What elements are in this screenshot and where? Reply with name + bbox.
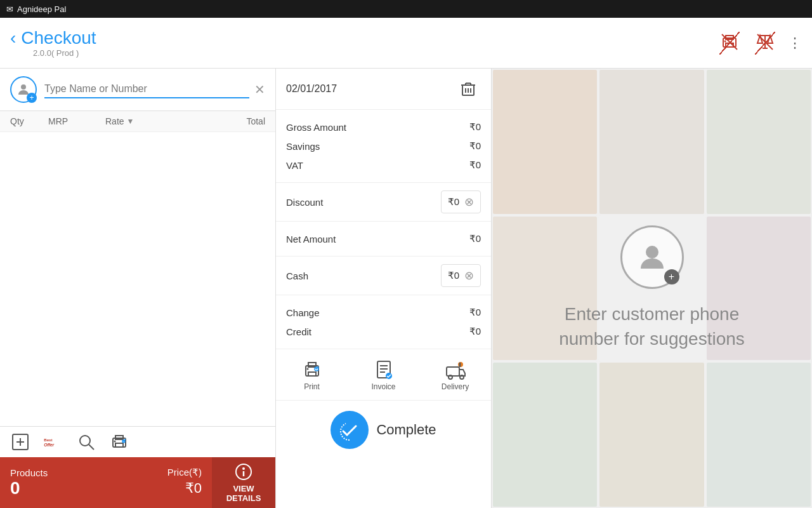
svg-point-3 [724,40,726,42]
back-button[interactable]: ‹ [10,28,16,48]
add-icon: + [664,269,679,284]
scale-button[interactable] [752,30,778,56]
header-left: ‹ Checkout 2.0.0( Prod ) [10,28,96,58]
credit-label: Credit [286,326,311,337]
summary-labels-row: Products Price(₹) [10,467,202,478]
complete-button[interactable]: Complete [331,411,436,449]
page-title: Checkout [21,28,96,48]
vat-value: ₹0 [469,159,481,171]
print-crossed-icon [719,32,740,55]
svg-rect-2 [726,43,733,47]
status-bar-text: Agnideep Pal [17,4,66,14]
print-receipt-button[interactable] [109,432,129,452]
svg-point-20 [114,441,116,443]
search-clear-button[interactable]: ✕ [254,82,265,97]
print-action-button[interactable]: Print [276,354,348,395]
complete-area: Complete [276,400,491,459]
svg-point-45 [460,375,464,379]
change-label: Change [286,307,320,318]
customer-prompt-text: Enter customer phone number for suggesti… [551,302,754,351]
svg-text:!: ! [459,363,461,367]
col-rate-header: Rate ▼ [105,116,169,126]
food-cell-1 [492,69,598,215]
change-row: Change ₹0 [286,303,481,322]
discount-clear-button[interactable]: ⊗ [464,195,474,209]
app-version: 2.0.0( Prod ) [33,48,96,58]
cash-label: Cash [286,271,433,281]
delivery-action-label: Delivery [442,382,469,391]
middle-panel: 02/01/2017 Gros [276,69,492,508]
svg-point-9 [21,84,26,90]
middle-actions: Print Invoice [276,349,491,400]
avatar[interactable]: + [10,76,37,103]
view-details-button[interactable]: VIEW DETAILS [212,457,275,508]
header-title-row: ‹ Checkout [10,28,96,48]
complete-label: Complete [376,422,436,438]
cash-clear-button[interactable]: ⊗ [464,269,474,283]
discount-section: Discount ₹0 ⊗ [276,183,491,222]
gross-amount-row: Gross Amount ₹0 [286,117,481,137]
svg-line-16 [89,444,94,450]
svg-point-15 [80,436,90,446]
change-value: ₹0 [469,307,481,318]
col-qty-header: Qty [10,116,48,126]
items-area [0,132,275,426]
add-product-button[interactable] [10,432,30,452]
price-label: Price(₹) [167,467,202,478]
svg-rect-19 [115,443,123,447]
customer-add-icon[interactable]: + [620,225,684,289]
col-mrp-header: MRP [48,116,105,126]
discount-input[interactable]: ₹0 ⊗ [441,190,481,213]
svg-text:Offer: Offer [44,443,54,447]
food-cell-9 [705,361,812,508]
delete-invoice-button[interactable] [455,76,481,102]
savings-label: Savings [286,141,320,152]
cash-input[interactable]: ₹0 ⊗ [441,264,481,287]
delivery-action-button[interactable]: ! Delivery [419,354,491,395]
gross-amount-value: ₹0 [469,121,481,133]
print-button[interactable] [717,30,742,56]
status-bar: ✉ Agnideep Pal [0,0,812,18]
add-customer-icon: + [27,93,37,103]
products-amount: ₹0 [185,480,202,497]
content-row: + ✕ Qty MRP Rate ▼ Total [0,69,812,508]
svg-line-8 [757,34,773,50]
print-action-label: Print [304,382,320,391]
net-amount-value: ₹0 [469,233,481,244]
net-amount-row: Net Amount ₹0 [286,229,481,248]
savings-value: ₹0 [469,140,481,152]
right-panel: + Enter customer phone number for sugges… [492,69,812,508]
cash-value: ₹0 [448,270,459,281]
table-header: Qty MRP Rate ▼ Total [0,111,275,132]
header: ‹ Checkout 2.0.0( Prod ) [0,18,812,69]
discount-label: Discount [286,197,433,208]
change-credit-section: Change ₹0 Credit ₹0 [276,295,491,349]
svg-rect-35 [308,372,316,376]
invoice-totals: Gross Amount ₹0 Savings ₹0 VAT ₹0 [276,110,491,183]
header-icons: ⋮ [717,30,802,56]
scale-crossed-icon [755,32,775,55]
search-button[interactable] [76,432,96,452]
svg-text:Best: Best [44,438,52,442]
svg-line-4 [722,34,737,50]
search-input[interactable] [44,81,249,98]
svg-rect-1 [726,36,733,39]
bottom-summary: Products Price(₹) 0 ₹0 VIEW DETAILS [0,457,275,508]
sort-arrow-icon[interactable]: ▼ [127,117,134,126]
gross-amount-label: Gross Amount [286,122,346,133]
svg-point-48 [646,246,658,258]
best-offer-button[interactable]: Best Offer [43,432,63,452]
invoice-action-button[interactable]: Invoice [348,354,419,395]
cash-section: Cash ₹0 ⊗ [276,257,491,295]
invoice-action-label: Invoice [371,382,395,391]
credit-value: ₹0 [469,326,481,337]
svg-rect-0 [723,38,736,47]
net-amount-section: Net Amount ₹0 [276,222,491,257]
credit-row: Credit ₹0 [286,322,481,341]
discount-value: ₹0 [448,196,459,208]
food-cell-2 [598,69,705,215]
summary-panel: Products Price(₹) 0 ₹0 [0,457,212,508]
food-cell-3 [705,69,812,215]
more-options-button[interactable]: ⋮ [788,35,802,51]
right-center-content: + Enter customer phone number for sugges… [551,225,754,351]
